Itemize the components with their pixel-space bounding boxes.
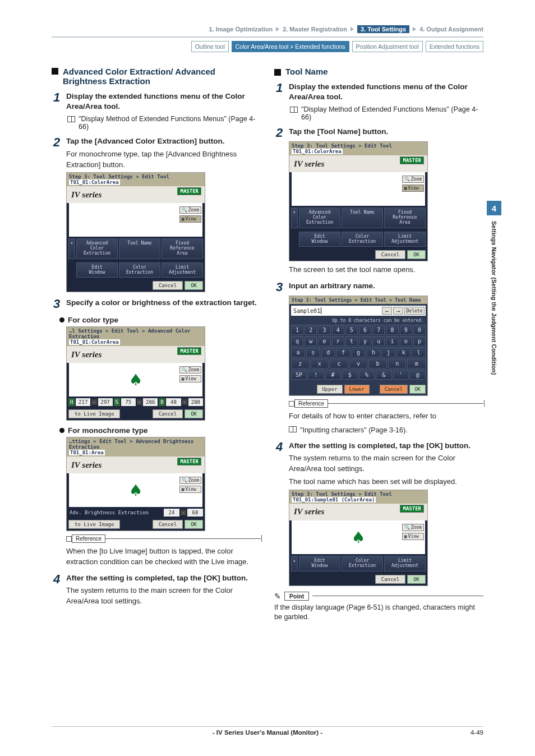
adv-color-extraction-button[interactable]: Advanced Color Extraction [76, 238, 118, 259]
zoom-button[interactable]: 🔍 Zoom [179, 366, 201, 374]
keyboard-key[interactable]: v [349, 358, 368, 368]
zoom-button[interactable]: 🔍 Zoom [402, 524, 424, 531]
limit-adjustment-button[interactable]: Limit Adjustment [162, 262, 203, 278]
keyboard-key[interactable]: 8 [386, 325, 398, 335]
tool-name-input[interactable]: Sample01 ← → Delete [291, 306, 426, 316]
keyboard-key[interactable]: w [305, 336, 317, 346]
keyboard-key[interactable]: q [291, 336, 303, 346]
keyboard-key[interactable]: m [407, 358, 426, 368]
cancel-button[interactable]: Cancel [380, 385, 408, 394]
hue-max-input[interactable]: 297 [98, 398, 113, 406]
keyboard-key[interactable]: n [388, 358, 407, 368]
keyboard-key[interactable]: 6 [359, 325, 371, 335]
limit-adjustment-button[interactable]: Limit Adjustment [384, 232, 426, 247]
limit-adjustment-button[interactable]: Limit Adjustment [384, 556, 426, 571]
keyboard-key[interactable]: p [413, 336, 426, 346]
zoom-button[interactable]: 🔍 Zoom [179, 206, 201, 214]
view-button[interactable]: ▦ View [402, 533, 424, 540]
view-button[interactable]: ▦ View [179, 215, 201, 223]
keyboard-key[interactable]: k [396, 347, 411, 357]
caret-left-button[interactable]: ← [382, 307, 392, 315]
tab-position[interactable]: Position Adjustment tool [352, 41, 423, 52]
to-live-image-button[interactable]: to Live Image [68, 520, 120, 529]
keyboard-key[interactable]: $ [342, 370, 358, 380]
sat-max-input[interactable]: 206 [143, 398, 158, 406]
zoom-button[interactable]: 🔍 Zoom [179, 477, 201, 484]
keyboard-key[interactable]: d [321, 347, 335, 357]
keyboard-key[interactable]: 1 [291, 325, 303, 335]
keyboard-key[interactable]: 7 [372, 325, 385, 335]
xref-link[interactable]: "Display Method of Extended Functions Me… [79, 115, 261, 131]
keyboard-key[interactable]: @ [410, 370, 426, 380]
keyboard-key[interactable]: 9 [400, 325, 412, 335]
ok-button[interactable]: OK [407, 575, 426, 584]
keyboard-key[interactable]: o [400, 336, 412, 346]
ok-button[interactable]: OK [407, 250, 426, 259]
chevron-down-icon[interactable]: ▾ [68, 238, 75, 259]
keyboard-key[interactable]: y [359, 336, 371, 346]
brightness-max-input[interactable]: 68 [187, 509, 203, 517]
keyboard-key[interactable]: x [311, 358, 329, 368]
bri-min-input[interactable]: 48 [166, 398, 181, 406]
adv-color-extraction-button[interactable]: Advanced Color Extraction [299, 208, 340, 228]
caret-right-button[interactable]: → [393, 307, 403, 315]
keyboard-key[interactable]: ' [393, 370, 409, 380]
ok-button[interactable]: OK [409, 385, 426, 394]
cancel-button[interactable]: Cancel [375, 250, 406, 259]
keyboard-key[interactable]: e [318, 336, 330, 346]
view-button[interactable]: ▦ View [402, 185, 424, 192]
view-button[interactable]: ▦ View [179, 375, 201, 382]
edit-window-button[interactable]: Edit Window [76, 262, 118, 278]
cancel-button[interactable]: Cancel [153, 409, 183, 418]
to-live-image-button[interactable]: to Live Image [68, 409, 120, 418]
keyboard-key[interactable]: s [306, 347, 320, 357]
tab-extended[interactable]: Extended functions [426, 41, 483, 52]
chevron-up-icon[interactable]: ▴ [291, 556, 298, 571]
delete-button[interactable]: Delete [404, 307, 425, 315]
keyboard-key[interactable]: a [291, 347, 305, 357]
keyboard-key[interactable]: t [345, 336, 358, 346]
keyboard-key[interactable]: j [381, 347, 395, 357]
chevron-down-icon[interactable]: ▾ [291, 208, 298, 228]
sat-min-input[interactable]: 75 [121, 398, 136, 406]
keyboard-key[interactable]: c [330, 358, 348, 368]
tab-color-area[interactable]: Color Area/Area tool > Extended function… [232, 41, 349, 52]
cancel-button[interactable]: Cancel [153, 281, 183, 290]
cancel-button[interactable]: Cancel [153, 520, 183, 529]
keyboard-key[interactable]: ! [308, 370, 324, 380]
cancel-button[interactable]: Cancel [375, 575, 406, 584]
fixed-reference-area-button[interactable]: Fixed Reference Area [162, 238, 203, 259]
keyboard-key[interactable]: % [359, 370, 375, 380]
keyboard-key[interactable]: h [366, 347, 380, 357]
keyboard-key[interactable]: u [372, 336, 385, 346]
keyboard-key[interactable]: 5 [345, 325, 358, 335]
color-extraction-button[interactable]: Color Extraction [342, 232, 383, 247]
ok-button[interactable]: OK [185, 281, 203, 290]
xref-link[interactable]: "Inputting characters" (Page 3-16). [300, 425, 408, 435]
keyboard-key[interactable]: 3 [318, 325, 330, 335]
keyboard-key[interactable]: SP [291, 370, 307, 380]
keyboard-key[interactable]: # [325, 370, 341, 380]
keyboard-key[interactable]: l [412, 347, 426, 357]
zoom-button[interactable]: 🔍 Zoom [402, 176, 424, 183]
brightness-min-input[interactable]: 24 [164, 509, 179, 517]
keyboard-key[interactable]: 4 [332, 325, 344, 335]
ok-button[interactable]: OK [185, 520, 203, 529]
upper-button[interactable]: Upper [317, 385, 342, 394]
hue-min-input[interactable]: 217 [76, 398, 90, 406]
view-button[interactable]: ▦ View [179, 486, 201, 493]
keyboard-key[interactable]: z [291, 358, 310, 368]
keyboard-key[interactable]: f [336, 347, 350, 357]
tool-name-button[interactable]: Tool Name [119, 238, 160, 259]
edit-window-button[interactable]: Edit Window [299, 232, 340, 247]
bri-max-input[interactable]: 208 [188, 398, 203, 406]
ok-button[interactable]: OK [185, 409, 203, 418]
edit-window-button[interactable]: Edit Window [299, 556, 340, 571]
keyboard-key[interactable]: b [368, 358, 387, 368]
keyboard-key[interactable]: g [352, 347, 366, 357]
tool-name-button[interactable]: Tool Name [342, 208, 383, 228]
tab-outline[interactable]: Outline tool [191, 41, 229, 52]
color-extraction-button[interactable]: Color Extraction [119, 262, 160, 278]
xref-link[interactable]: "Display Method of Extended Functions Me… [301, 105, 483, 121]
keyboard-key[interactable]: r [332, 336, 344, 346]
